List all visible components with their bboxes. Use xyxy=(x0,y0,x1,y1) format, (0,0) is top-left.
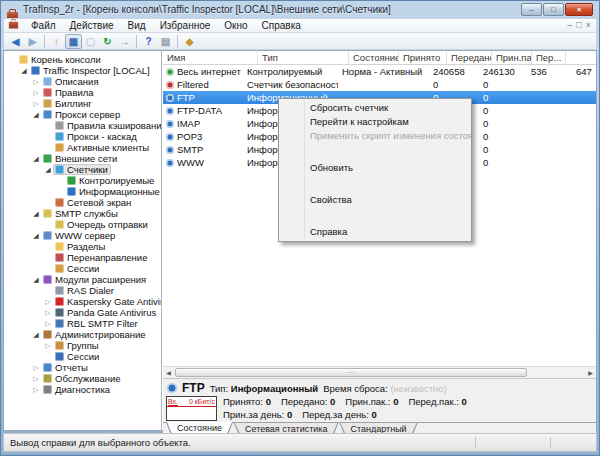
caption-buttons: ‒□× xyxy=(521,3,593,16)
close-button[interactable]: × xyxy=(565,3,593,16)
tree-item[interactable]: ▷ Биллинг xyxy=(4,98,161,109)
menu-item[interactable]: Избранное xyxy=(153,19,218,33)
column-header[interactable]: Тип xyxy=(258,51,349,64)
column-header[interactable]: Пер... xyxy=(532,51,566,64)
context-menu-item[interactable]: Сбросить счетчик xyxy=(279,101,471,115)
mdi-close-button[interactable]: × xyxy=(586,19,591,32)
restore-button[interactable]: □ xyxy=(543,3,564,16)
counter-monitored-icon xyxy=(166,68,174,76)
column-header[interactable]: Передано xyxy=(447,51,492,64)
up-one-level-icon[interactable]: ↑ xyxy=(48,34,65,49)
separator xyxy=(177,35,178,48)
separator xyxy=(44,35,45,48)
forward-icon[interactable]: ▶ xyxy=(24,34,41,49)
kaspersky-icon xyxy=(55,297,64,306)
column-header[interactable]: Состояние xyxy=(349,51,399,64)
expand-arrow-icon[interactable]: ▷ xyxy=(43,320,53,328)
Filtered[interactable]: Filtered Счетчик безопасности ... 0 0 xyxy=(163,78,596,91)
back-icon[interactable]: ◀ xyxy=(7,34,24,49)
tree-item[interactable]: ◢ Модули расширения xyxy=(4,274,161,285)
expand-arrow-icon[interactable]: ◢ xyxy=(31,155,41,163)
menu-item[interactable]: Справка xyxy=(255,19,308,33)
counter-info-icon xyxy=(166,146,174,154)
actions-icon[interactable]: ◆ xyxy=(181,34,198,49)
context-menu-item[interactable]: Справка xyxy=(279,225,471,239)
mdi-child-icon[interactable] xyxy=(9,21,18,30)
tree-item[interactable]: ◢ Внешние сети xyxy=(4,153,161,164)
tree-item[interactable]: ▷ Правила xyxy=(4,87,161,98)
expand-arrow-icon[interactable]: ◢ xyxy=(19,67,29,75)
expand-arrow-icon[interactable]: ▷ xyxy=(31,78,41,86)
tree-item[interactable]: Контролируемые xyxy=(4,175,161,186)
expand-arrow-icon[interactable]: ▷ xyxy=(31,375,41,383)
tree-item[interactable]: Перенаправление xyxy=(4,252,161,263)
menu-item[interactable]: Вид xyxy=(121,19,153,33)
help-icon[interactable]: ? xyxy=(140,34,157,49)
expand-arrow-icon[interactable]: ▷ xyxy=(43,309,53,317)
tree-item[interactable]: Сетевой экран xyxy=(4,197,161,208)
expand-arrow-icon[interactable]: ▷ xyxy=(31,386,41,394)
expand-arrow-icon[interactable]: ◢ xyxy=(31,210,41,218)
expand-arrow-icon[interactable]: ▷ xyxy=(43,298,53,306)
expand-arrow-icon[interactable]: ◢ xyxy=(31,276,41,284)
mdi-restore-button[interactable]: □ xyxy=(576,19,581,32)
context-menu-item[interactable]: Применить скрипт изменения состояния xyxy=(279,129,471,143)
tree-item[interactable]: Разделы xyxy=(4,241,161,252)
tree-item[interactable]: ▷ RBL SMTP Filter xyxy=(4,318,161,329)
tree-item[interactable]: ▷ Описания xyxy=(4,76,161,87)
counter-info-icon xyxy=(167,383,177,393)
scroll-right-icon[interactable]: ▶ xyxy=(585,368,596,377)
show-console-tree-icon[interactable]: ▦ xyxy=(65,34,82,49)
expand-arrow-icon[interactable]: ◢ xyxy=(43,166,53,174)
tree-item[interactable]: ◢ SMTP службы xyxy=(4,208,161,219)
expand-arrow-icon[interactable]: ▷ xyxy=(31,100,41,108)
minimize-button[interactable]: ‒ xyxy=(521,3,542,16)
tree-item[interactable]: Прокси - каскад xyxy=(4,131,161,142)
scroll-left-icon[interactable]: ◀ xyxy=(163,368,174,377)
tree-item[interactable]: ▷ Группы xyxy=(4,340,161,351)
tree-item[interactable]: ◢ Traffic Inspector [LOCAL] xyxy=(4,65,161,76)
tree-item[interactable]: ◢ Прокси сервер xyxy=(4,109,161,120)
Весь интернет[interactable]: Весь интернет Контролируемый Норма - Акт… xyxy=(163,65,596,78)
tree-item[interactable]: ▷ Диагностика xyxy=(4,384,161,395)
expand-arrow-icon[interactable]: ◢ xyxy=(31,111,41,119)
tree-item[interactable]: Сессии xyxy=(4,263,161,274)
tree-item[interactable]: Активные клиенты xyxy=(4,142,161,153)
properties-icon[interactable]: ▤ xyxy=(157,34,174,49)
column-header[interactable]: Прин.пак. xyxy=(492,51,532,64)
mdi-minimize-button[interactable]: ‒ xyxy=(567,19,572,32)
column-header[interactable]: Имя xyxy=(163,51,258,64)
tree-item[interactable]: ▷ Отчеты xyxy=(4,362,161,373)
context-menu-item[interactable]: Обновить xyxy=(279,161,471,175)
tree-item[interactable]: Сессии xyxy=(4,351,161,362)
tree-item[interactable]: ▷ Обслуживание xyxy=(4,373,161,384)
tree-item[interactable]: ▷ Panda Gate Antivirus xyxy=(4,307,161,318)
tree-item[interactable]: Очередь отправки xyxy=(4,219,161,230)
context-menu-item[interactable]: Перейти к настройкам xyxy=(279,115,471,129)
counter-info-icon xyxy=(166,133,174,141)
horizontal-scrollbar[interactable]: ◀ ▶ xyxy=(163,366,596,378)
expand-arrow-icon[interactable]: ▷ xyxy=(31,89,41,97)
new-window-icon[interactable]: ▢ xyxy=(82,34,99,49)
refresh-icon[interactable]: ↻ xyxy=(99,34,116,49)
export-list-icon[interactable]: → xyxy=(116,34,133,49)
column-header[interactable]: Принято xyxy=(399,51,447,64)
tree-item[interactable]: ◢ Счетчики xyxy=(4,164,161,175)
menu-item[interactable]: Окно xyxy=(217,19,254,33)
tree-item[interactable]: ◢ Администрирование xyxy=(4,329,161,340)
tree-item[interactable]: ▷ Kaspersky Gate Antivirus xyxy=(4,296,161,307)
counter-info-icon xyxy=(166,107,174,115)
tree-item[interactable]: Правила кэширования xyxy=(4,120,161,131)
tree-item[interactable]: Информационные xyxy=(4,186,161,197)
context-menu-item[interactable]: Свойства xyxy=(279,193,471,207)
menu-item[interactable]: Действие xyxy=(63,19,121,33)
scrollbar-thumb[interactable] xyxy=(175,368,527,377)
expand-arrow-icon[interactable]: ▷ xyxy=(31,364,41,372)
expand-arrow-icon[interactable]: ◢ xyxy=(31,232,41,240)
menu-item[interactable]: Файл xyxy=(24,19,63,33)
expand-arrow-icon[interactable]: ▷ xyxy=(43,342,53,350)
tree-item[interactable]: ◢ WWW сервер xyxy=(4,230,161,241)
expand-arrow-icon[interactable]: ◢ xyxy=(31,331,41,339)
tree-item[interactable]: RAS Dialer xyxy=(4,285,161,296)
tree-item[interactable]: Корень консоли xyxy=(4,54,161,65)
